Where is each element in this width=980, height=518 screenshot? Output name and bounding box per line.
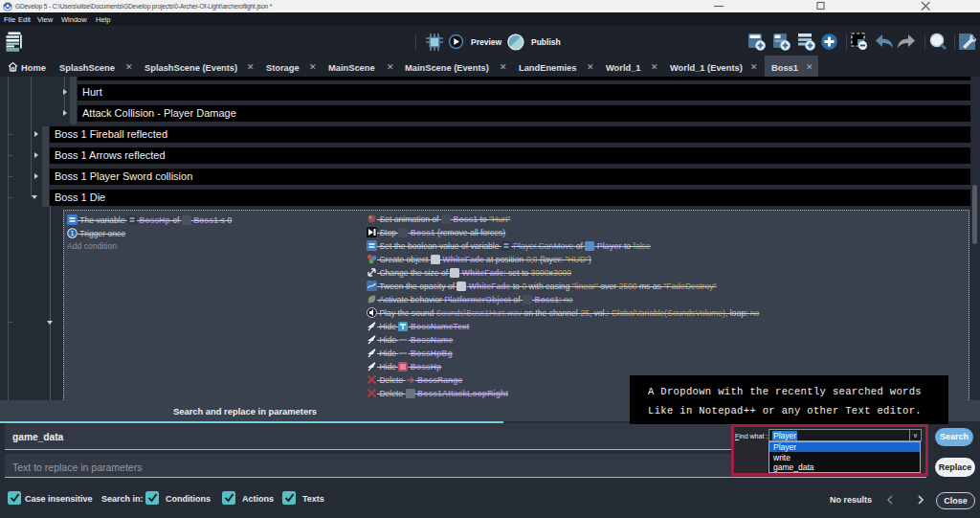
svg-text:1: 1	[71, 230, 75, 236]
